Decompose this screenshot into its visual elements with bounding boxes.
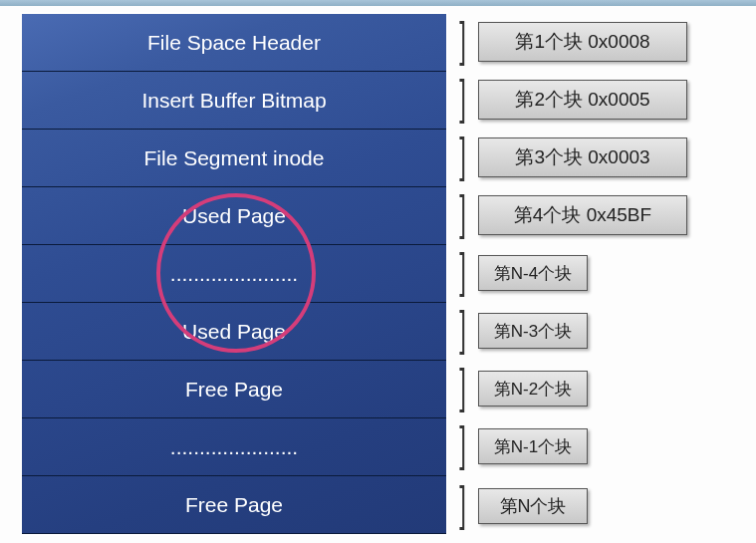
row-label: File Space Header — [147, 31, 321, 55]
label-text: 第1个块 0x0008 — [515, 29, 649, 55]
bracket-icon: ] — [459, 247, 466, 295]
row-label: ...................... — [170, 262, 298, 286]
bracket-icon: ] — [459, 189, 466, 237]
label-text: 第N-4个块 — [494, 262, 572, 285]
top-strip — [0, 0, 756, 6]
bracket-icon: ] — [459, 132, 466, 179]
row-label: ...................... — [170, 435, 298, 459]
row-free-page: Free Page — [22, 361, 446, 418]
block-label-n-4: 第N-4个块 — [478, 255, 588, 291]
label-text: 第N-1个块 — [494, 435, 572, 458]
bracket-icon: ] — [459, 74, 466, 122]
row-label: Free Page — [185, 493, 283, 517]
block-label-n-2: 第N-2个块 — [478, 371, 588, 407]
block-label-n: 第N个块 — [478, 488, 588, 524]
row-label: File Segment inode — [144, 146, 325, 170]
block-label-2: 第2个块 0x0005 — [478, 80, 687, 120]
bracket-icon: ] — [459, 420, 466, 468]
bracket-icon: ] — [459, 305, 466, 353]
block-label-1: 第1个块 0x0008 — [478, 22, 687, 62]
row-file-space-header: File Space Header — [22, 14, 446, 72]
row-label: Free Page — [185, 378, 283, 402]
block-label-n-3: 第N-3个块 — [478, 313, 588, 349]
label-text: 第N-3个块 — [494, 320, 572, 343]
label-text: 第N-2个块 — [494, 378, 572, 401]
row-ellipsis: ...................... — [22, 418, 446, 476]
row-label: Insert Buffer Bitmap — [141, 89, 326, 113]
block-label-n-1: 第N-1个块 — [478, 428, 588, 464]
row-insert-buffer-bitmap: Insert Buffer Bitmap — [22, 72, 446, 130]
row-free-page: Free Page — [22, 476, 446, 534]
diagram-container: File Space Header Insert Buffer Bitmap F… — [20, 12, 717, 536]
bracket-icon: ] — [459, 480, 466, 528]
page-stack: File Space Header Insert Buffer Bitmap F… — [20, 12, 448, 536]
row-ellipsis: ...................... — [22, 245, 446, 303]
row-label: Used Page — [182, 204, 286, 228]
block-label-3: 第3个块 0x0003 — [478, 137, 687, 177]
row-used-page: Used Page — [22, 303, 446, 361]
bracket-icon: ] — [459, 363, 466, 410]
row-label: Used Page — [182, 320, 286, 344]
label-text: 第N个块 — [500, 494, 567, 518]
row-used-page: Used Page — [22, 187, 446, 245]
label-text: 第2个块 0x0005 — [515, 87, 649, 113]
block-label-4: 第4个块 0x45BF — [478, 195, 687, 235]
label-text: 第4个块 0x45BF — [514, 202, 651, 228]
bracket-icon: ] — [459, 16, 466, 64]
row-file-segment-inode: File Segment inode — [22, 130, 446, 187]
label-text: 第3个块 0x0003 — [515, 144, 649, 170]
